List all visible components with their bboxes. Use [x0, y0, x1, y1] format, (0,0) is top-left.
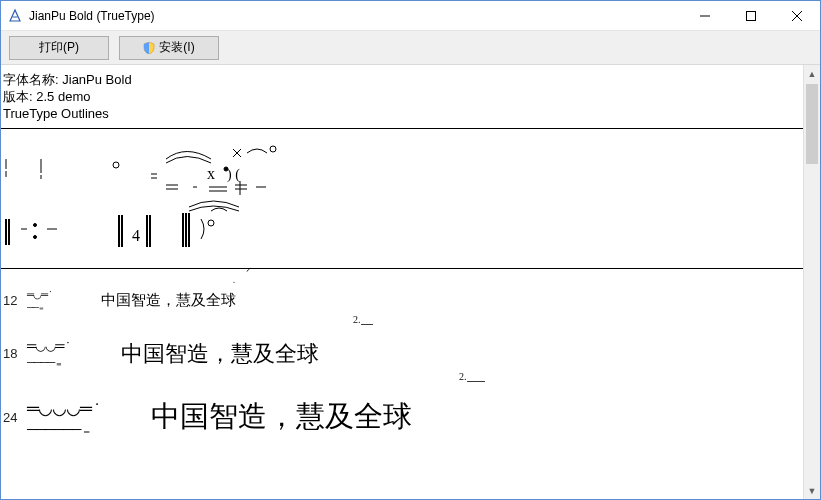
svg-point-6	[34, 236, 37, 239]
meta-name-row: 字体名称: JianPu Bold	[3, 71, 799, 88]
meta-name-value: JianPu Bold	[62, 72, 131, 87]
jianpu-glyph-run: ═◡◡═ ˙ ──── ₌	[27, 338, 107, 369]
sample-text: 中国智造，慧及全球	[121, 339, 319, 369]
meta-version-label: 版本:	[3, 89, 33, 104]
close-button[interactable]	[774, 1, 820, 30]
meta-outlines: TrueType Outlines	[3, 105, 799, 122]
install-button[interactable]: 安装(I)	[119, 36, 219, 60]
install-button-label: 安装(I)	[159, 39, 194, 56]
scroll-up-button[interactable]: ▲	[804, 65, 820, 82]
annotation-mark: 2.⎯⎯⎯	[459, 371, 485, 382]
svg-text:) (: ) (	[227, 167, 240, 183]
svg-rect-0	[747, 11, 756, 20]
maximize-button[interactable]	[728, 1, 774, 30]
sample-row-18: 2.⎯⎯ 18 ═◡◡═ ˙ ──── ₌ 中国智造，慧及全球	[1, 332, 803, 373]
svg-text:x: x	[207, 165, 215, 182]
preview-pane: 字体名称: JianPu Bold 版本: 2.5 demo TrueType …	[1, 65, 803, 499]
sample-row-24: 2.⎯⎯⎯ 24 ═◡◡◡═ ˙ ────── ₌ 中国智造，慧及全球	[1, 391, 803, 441]
glyph-mark: ⸍	[246, 267, 251, 279]
title-bar: JianPu Bold (TrueType)	[1, 1, 820, 31]
svg-point-8	[208, 220, 214, 226]
glyph-specimen-art: x ) (	[1, 129, 791, 269]
shield-icon	[143, 42, 155, 54]
scroll-down-button[interactable]: ▼	[804, 482, 820, 499]
sample-text: 中国智造，慧及全球	[151, 397, 412, 437]
glyph-specimen: x ) (	[1, 129, 803, 269]
toolbar: 打印(P) 安装(I)	[1, 31, 820, 65]
print-button[interactable]: 打印(P)	[9, 36, 109, 60]
sample-row-12: ⸍ 12 ═◡═ ˙ ── ₌ 中国智造，慧及全球 ˘	[1, 283, 803, 316]
minimize-button[interactable]	[682, 1, 728, 30]
meta-version-value: 2.5 demo	[36, 89, 90, 104]
print-button-label: 打印(P)	[39, 39, 79, 56]
point-size-label: 24	[3, 410, 27, 425]
sample-text: 中国智造，慧及全球	[101, 291, 236, 310]
svg-point-2	[270, 146, 276, 152]
window-controls	[682, 1, 820, 30]
app-icon	[7, 8, 23, 24]
window-title: JianPu Bold (TrueType)	[29, 9, 155, 23]
annotation-mark: 2.⎯⎯	[353, 314, 373, 325]
window-frame: JianPu Bold (TrueType) 打印(P) 安装(I)	[0, 0, 821, 500]
font-meta: 字体名称: JianPu Bold 版本: 2.5 demo TrueType …	[1, 65, 803, 126]
meta-version-row: 版本: 2.5 demo	[3, 88, 799, 105]
meta-name-label: 字体名称:	[3, 72, 59, 87]
point-size-label: 18	[3, 346, 27, 361]
point-size-label: 12	[3, 293, 27, 308]
content-container: 字体名称: JianPu Bold 版本: 2.5 demo TrueType …	[1, 65, 820, 499]
scroll-thumb[interactable]	[806, 84, 818, 164]
svg-point-5	[34, 224, 37, 227]
jianpu-glyph-run: ═◡═ ˙ ── ₌	[27, 289, 87, 312]
svg-point-9	[113, 162, 119, 168]
svg-text:4: 4	[132, 227, 140, 244]
vertical-scrollbar[interactable]: ▲ ▼	[803, 65, 820, 499]
jianpu-glyph-run: ═◡◡◡═ ˙ ────── ₌	[27, 398, 137, 437]
glyph-mark: ˘	[233, 281, 235, 287]
scroll-track[interactable]	[804, 82, 820, 482]
